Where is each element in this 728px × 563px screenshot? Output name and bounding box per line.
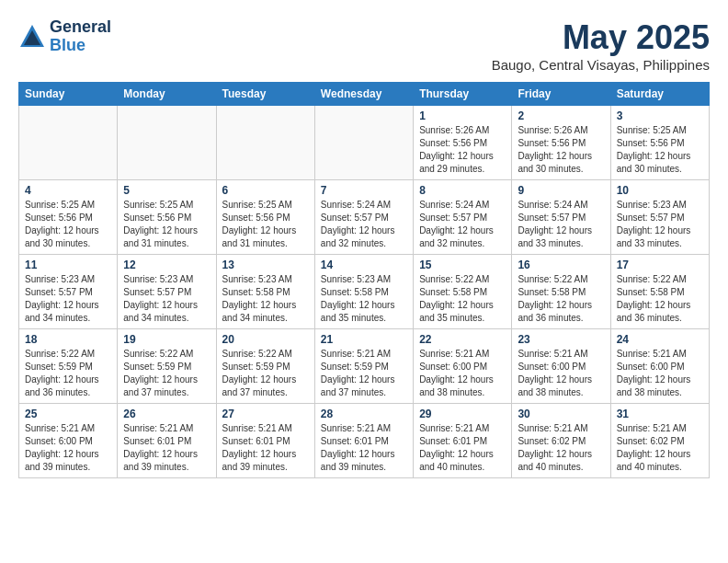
day-info: Sunrise: 5:21 AM Sunset: 5:59 PM Dayligh…	[321, 348, 407, 399]
day-number: 24	[617, 333, 703, 346]
day-info: Sunrise: 5:25 AM Sunset: 5:56 PM Dayligh…	[222, 199, 309, 250]
day-number: 26	[123, 408, 210, 420]
day-number: 14	[321, 259, 407, 271]
day-info: Sunrise: 5:23 AM Sunset: 5:58 PM Dayligh…	[321, 273, 407, 325]
day-info: Sunrise: 5:25 AM Sunset: 5:56 PM Dayligh…	[123, 199, 210, 250]
calendar-cell: 17Sunrise: 5:22 AM Sunset: 5:58 PM Dayli…	[610, 255, 709, 329]
calendar-cell: 2Sunrise: 5:26 AM Sunset: 5:56 PM Daylig…	[512, 106, 610, 180]
day-info: Sunrise: 5:21 AM Sunset: 6:01 PM Dayligh…	[123, 422, 210, 474]
day-info: Sunrise: 5:25 AM Sunset: 5:56 PM Dayligh…	[25, 199, 111, 250]
calendar-cell: 4Sunrise: 5:25 AM Sunset: 5:56 PM Daylig…	[19, 180, 118, 255]
day-info: Sunrise: 5:22 AM Sunset: 5:59 PM Dayligh…	[123, 348, 210, 399]
weekday-header-friday: Friday	[512, 83, 610, 106]
calendar-cell: 3Sunrise: 5:25 AM Sunset: 5:56 PM Daylig…	[610, 106, 709, 180]
day-number: 31	[617, 408, 703, 420]
calendar-cell: 5Sunrise: 5:25 AM Sunset: 5:56 PM Daylig…	[118, 180, 216, 255]
day-number: 19	[123, 333, 210, 346]
calendar-week-row: 25Sunrise: 5:21 AM Sunset: 6:00 PM Dayli…	[19, 404, 710, 478]
weekday-header-saturday: Saturday	[610, 83, 709, 106]
calendar-cell: 21Sunrise: 5:21 AM Sunset: 5:59 PM Dayli…	[314, 329, 413, 404]
day-info: Sunrise: 5:21 AM Sunset: 6:00 PM Dayligh…	[518, 348, 604, 399]
day-info: Sunrise: 5:21 AM Sunset: 6:00 PM Dayligh…	[25, 422, 111, 474]
day-info: Sunrise: 5:23 AM Sunset: 5:58 PM Dayligh…	[222, 273, 309, 325]
logo-general-text: General	[50, 18, 111, 37]
calendar-cell: 6Sunrise: 5:25 AM Sunset: 5:56 PM Daylig…	[216, 180, 314, 255]
weekday-header-tuesday: Tuesday	[216, 83, 314, 106]
page-header: General Blue May 2025 Baugo, Central Vis…	[18, 18, 710, 73]
day-info: Sunrise: 5:23 AM Sunset: 5:57 PM Dayligh…	[25, 273, 111, 325]
day-number: 2	[518, 109, 604, 122]
weekday-header-wednesday: Wednesday	[314, 83, 413, 106]
calendar-cell: 10Sunrise: 5:23 AM Sunset: 5:57 PM Dayli…	[610, 180, 709, 255]
calendar-cell	[216, 106, 314, 180]
day-number: 17	[617, 259, 703, 271]
calendar-cell: 8Sunrise: 5:24 AM Sunset: 5:57 PM Daylig…	[414, 180, 512, 255]
weekday-header-monday: Monday	[118, 83, 216, 106]
day-info: Sunrise: 5:26 AM Sunset: 5:56 PM Dayligh…	[518, 124, 604, 176]
calendar-cell: 28Sunrise: 5:21 AM Sunset: 6:01 PM Dayli…	[314, 404, 413, 478]
day-number: 23	[518, 333, 604, 346]
day-info: Sunrise: 5:21 AM Sunset: 6:01 PM Dayligh…	[321, 422, 407, 474]
day-info: Sunrise: 5:24 AM Sunset: 5:57 PM Dayligh…	[518, 199, 604, 250]
calendar-header-row: SundayMondayTuesdayWednesdayThursdayFrid…	[19, 83, 710, 106]
calendar-cell: 26Sunrise: 5:21 AM Sunset: 6:01 PM Dayli…	[118, 404, 216, 478]
calendar-week-row: 1Sunrise: 5:26 AM Sunset: 5:56 PM Daylig…	[19, 106, 710, 180]
day-number: 21	[321, 333, 407, 346]
day-info: Sunrise: 5:26 AM Sunset: 5:56 PM Dayligh…	[419, 124, 506, 176]
calendar-cell: 24Sunrise: 5:21 AM Sunset: 6:00 PM Dayli…	[610, 329, 709, 404]
day-number: 4	[25, 184, 111, 197]
calendar-cell: 14Sunrise: 5:23 AM Sunset: 5:58 PM Dayli…	[314, 255, 413, 329]
day-number: 22	[419, 333, 506, 346]
month-title: May 2025	[492, 18, 710, 57]
calendar-cell: 9Sunrise: 5:24 AM Sunset: 5:57 PM Daylig…	[512, 180, 610, 255]
calendar-cell: 20Sunrise: 5:22 AM Sunset: 5:59 PM Dayli…	[216, 329, 314, 404]
calendar-cell: 16Sunrise: 5:22 AM Sunset: 5:58 PM Dayli…	[512, 255, 610, 329]
calendar-cell: 15Sunrise: 5:22 AM Sunset: 5:58 PM Dayli…	[414, 255, 512, 329]
logo-icon	[18, 23, 46, 51]
day-info: Sunrise: 5:22 AM Sunset: 5:59 PM Dayligh…	[25, 348, 111, 399]
day-info: Sunrise: 5:21 AM Sunset: 6:01 PM Dayligh…	[419, 422, 506, 474]
day-number: 9	[518, 184, 604, 197]
day-number: 30	[518, 408, 604, 420]
day-number: 7	[321, 184, 407, 197]
day-info: Sunrise: 5:21 AM Sunset: 6:00 PM Dayligh…	[419, 348, 506, 399]
day-info: Sunrise: 5:21 AM Sunset: 6:00 PM Dayligh…	[617, 348, 703, 399]
location-title: Baugo, Central Visayas, Philippines	[492, 57, 710, 73]
calendar-cell: 30Sunrise: 5:21 AM Sunset: 6:02 PM Dayli…	[512, 404, 610, 478]
logo-blue-text: Blue	[50, 37, 111, 55]
day-info: Sunrise: 5:22 AM Sunset: 5:58 PM Dayligh…	[518, 273, 604, 325]
day-number: 25	[25, 408, 111, 420]
calendar-cell	[19, 106, 118, 180]
day-info: Sunrise: 5:24 AM Sunset: 5:57 PM Dayligh…	[321, 199, 407, 250]
logo: General Blue	[18, 18, 111, 55]
day-number: 10	[617, 184, 703, 197]
calendar-cell: 29Sunrise: 5:21 AM Sunset: 6:01 PM Dayli…	[414, 404, 512, 478]
calendar-cell: 25Sunrise: 5:21 AM Sunset: 6:00 PM Dayli…	[19, 404, 118, 478]
day-number: 18	[25, 333, 111, 346]
calendar-week-row: 18Sunrise: 5:22 AM Sunset: 5:59 PM Dayli…	[19, 329, 710, 404]
calendar-cell: 18Sunrise: 5:22 AM Sunset: 5:59 PM Dayli…	[19, 329, 118, 404]
day-number: 6	[222, 184, 309, 197]
day-info: Sunrise: 5:25 AM Sunset: 5:56 PM Dayligh…	[617, 124, 703, 176]
title-section: May 2025 Baugo, Central Visayas, Philipp…	[492, 18, 710, 73]
day-number: 16	[518, 259, 604, 271]
day-info: Sunrise: 5:22 AM Sunset: 5:59 PM Dayligh…	[222, 348, 309, 399]
day-number: 28	[321, 408, 407, 420]
calendar-cell: 13Sunrise: 5:23 AM Sunset: 5:58 PM Dayli…	[216, 255, 314, 329]
calendar-cell: 19Sunrise: 5:22 AM Sunset: 5:59 PM Dayli…	[118, 329, 216, 404]
day-info: Sunrise: 5:23 AM Sunset: 5:57 PM Dayligh…	[617, 199, 703, 250]
calendar-cell	[118, 106, 216, 180]
day-info: Sunrise: 5:21 AM Sunset: 6:02 PM Dayligh…	[518, 422, 604, 474]
day-info: Sunrise: 5:22 AM Sunset: 5:58 PM Dayligh…	[617, 273, 703, 325]
day-info: Sunrise: 5:21 AM Sunset: 6:01 PM Dayligh…	[222, 422, 309, 474]
day-number: 29	[419, 408, 506, 420]
day-info: Sunrise: 5:22 AM Sunset: 5:58 PM Dayligh…	[419, 273, 506, 325]
day-number: 11	[25, 259, 111, 271]
calendar-week-row: 11Sunrise: 5:23 AM Sunset: 5:57 PM Dayli…	[19, 255, 710, 329]
day-info: Sunrise: 5:23 AM Sunset: 5:57 PM Dayligh…	[123, 273, 210, 325]
calendar-cell	[314, 106, 413, 180]
day-info: Sunrise: 5:21 AM Sunset: 6:02 PM Dayligh…	[617, 422, 703, 474]
calendar-cell: 1Sunrise: 5:26 AM Sunset: 5:56 PM Daylig…	[414, 106, 512, 180]
calendar-cell: 23Sunrise: 5:21 AM Sunset: 6:00 PM Dayli…	[512, 329, 610, 404]
calendar-week-row: 4Sunrise: 5:25 AM Sunset: 5:56 PM Daylig…	[19, 180, 710, 255]
